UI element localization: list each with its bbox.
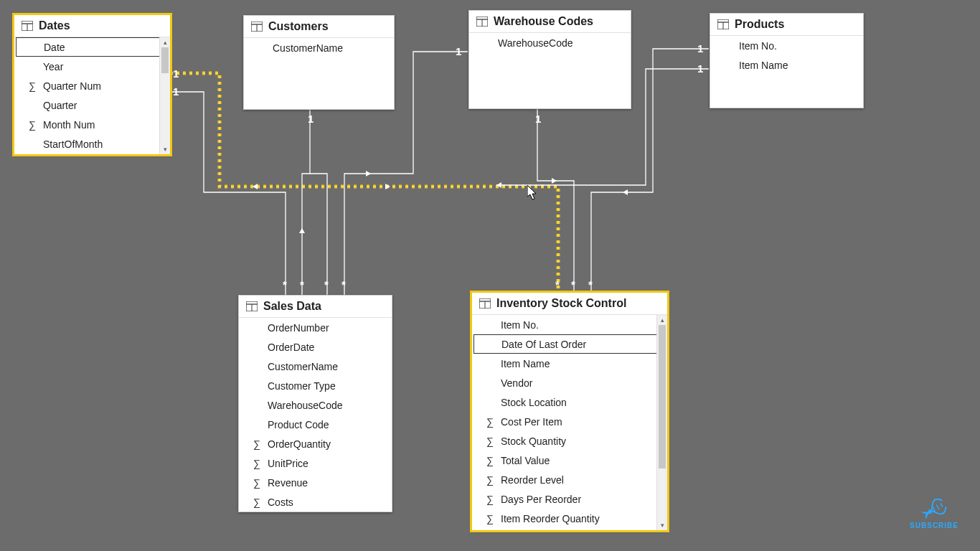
table-title: Inventory Stock Control xyxy=(496,297,626,310)
svg-marker-3 xyxy=(496,182,501,188)
cardinality-products-1b: 1 xyxy=(697,62,703,75)
cardinality-sales-many-2: * xyxy=(300,278,304,291)
cardinality-inv-many-3: * xyxy=(588,278,593,291)
cardinality-products-1a: 1 xyxy=(697,42,703,55)
model-canvas[interactable]: 1 1 1 1 1 1 1 * * * * * * * Dates Date Y… xyxy=(0,0,980,551)
field-inv-reorder-level[interactable]: ∑Reorder Level xyxy=(472,470,667,489)
field-costs[interactable]: ∑Costs xyxy=(239,492,392,512)
field-item-name[interactable]: Item Name xyxy=(710,55,863,75)
scroll-down-icon[interactable]: ▾ xyxy=(657,520,667,530)
svg-line-27 xyxy=(933,507,936,511)
svg-marker-6 xyxy=(623,189,628,195)
subscribe-watermark: SUBSCRIBE xyxy=(910,499,958,529)
table-icon xyxy=(22,21,33,31)
cardinality-dates-1a: 1 xyxy=(173,67,179,80)
field-list-customers: CustomerName xyxy=(244,38,394,57)
scrollbar-dates[interactable]: ▴ ▾ xyxy=(159,37,170,154)
field-order-date[interactable]: OrderDate xyxy=(239,337,392,357)
table-header-sales[interactable]: Sales Data xyxy=(239,296,392,318)
table-header-dates[interactable]: Dates xyxy=(14,15,170,37)
mouse-cursor-icon xyxy=(527,185,539,201)
field-inv-stock-qty[interactable]: ∑Stock Quantity xyxy=(472,431,667,451)
cardinality-inv-many-2: * xyxy=(571,278,575,291)
field-inv-date-of-last-order[interactable]: Date Of Last Order xyxy=(473,334,666,354)
scroll-thumb[interactable] xyxy=(161,47,169,73)
field-month-num[interactable]: ∑Month Num xyxy=(14,115,170,134)
cardinality-customers-1: 1 xyxy=(308,113,314,125)
table-products[interactable]: Products Item No. Item Name xyxy=(710,13,864,108)
field-warehouse-code[interactable]: WarehouseCode xyxy=(469,33,631,52)
svg-marker-0 xyxy=(253,184,258,189)
table-title: Dates xyxy=(39,19,70,32)
table-customers[interactable]: Customers CustomerName xyxy=(243,15,395,110)
scroll-up-icon[interactable]: ▴ xyxy=(160,37,170,47)
table-warehouse[interactable]: Warehouse Codes WarehouseCode xyxy=(468,10,631,109)
svg-marker-5 xyxy=(552,178,557,184)
field-inv-stock-location[interactable]: Stock Location xyxy=(472,392,667,412)
table-sales[interactable]: Sales Data OrderNumber OrderDate Custome… xyxy=(238,295,392,512)
table-header-inventory[interactable]: Inventory Stock Control xyxy=(472,293,667,315)
field-order-quantity[interactable]: ∑OrderQuantity xyxy=(239,434,392,453)
table-title: Products xyxy=(735,18,784,31)
field-year[interactable]: Year xyxy=(14,57,170,76)
field-list-sales: OrderNumber OrderDate CustomerName Custo… xyxy=(239,318,392,512)
cardinality-inv-many-1: * xyxy=(555,278,560,291)
svg-line-29 xyxy=(941,503,943,507)
table-icon xyxy=(476,17,488,27)
field-order-number[interactable]: OrderNumber xyxy=(239,318,392,337)
field-list-dates: Date Year ∑Quarter Num Quarter ∑Month Nu… xyxy=(14,37,170,154)
field-revenue[interactable]: ∑Revenue xyxy=(239,473,392,492)
field-list-inventory: Item No. Date Of Last Order Item Name Ve… xyxy=(472,315,667,530)
cardinality-warehouse-1-bottom: 1 xyxy=(535,113,541,125)
field-inv-total-value[interactable]: ∑Total Value xyxy=(472,451,667,470)
field-warehouse-code-s[interactable]: WarehouseCode xyxy=(239,395,392,415)
table-inventory[interactable]: Inventory Stock Control Item No. Date Of… xyxy=(471,292,668,531)
field-inv-cost-per-item[interactable]: ∑Cost Per Item xyxy=(472,412,667,431)
field-customer-name[interactable]: CustomerName xyxy=(244,38,394,57)
table-icon xyxy=(479,298,491,309)
scroll-down-icon[interactable]: ▾ xyxy=(160,144,170,154)
table-title: Warehouse Codes xyxy=(494,15,593,28)
table-title: Customers xyxy=(268,20,329,33)
scroll-thumb[interactable] xyxy=(659,325,666,468)
cardinality-warehouse-1-left: 1 xyxy=(456,45,461,57)
field-product-code[interactable]: Product Code xyxy=(239,415,392,434)
svg-marker-1 xyxy=(385,184,390,189)
field-inv-days-per-reorder[interactable]: ∑Days Per Reorder xyxy=(472,489,667,509)
cardinality-dates-1b: 1 xyxy=(173,85,179,98)
table-header-products[interactable]: Products xyxy=(710,14,863,36)
table-header-warehouse[interactable]: Warehouse Codes xyxy=(469,11,631,33)
field-quarter-num[interactable]: ∑Quarter Num xyxy=(14,76,170,95)
svg-line-28 xyxy=(936,505,939,510)
table-header-customers[interactable]: Customers xyxy=(244,16,394,38)
svg-marker-4 xyxy=(299,228,305,233)
field-start-of-month[interactable]: StartOfMonth xyxy=(14,134,170,154)
scrollbar-inventory[interactable]: ▴ ▾ xyxy=(656,315,667,530)
field-customer-name-s[interactable]: CustomerName xyxy=(239,357,392,376)
table-dates[interactable]: Dates Date Year ∑Quarter Num Quarter ∑Mo… xyxy=(14,14,171,155)
cardinality-sales-many-3: * xyxy=(324,278,329,291)
field-quarter[interactable]: Quarter xyxy=(14,95,170,115)
field-customer-type[interactable]: Customer Type xyxy=(239,376,392,395)
field-inv-item-name[interactable]: Item Name xyxy=(472,354,667,373)
field-inv-item-reorder-qty[interactable]: ∑Item Reorder Quantity xyxy=(472,509,667,528)
table-icon xyxy=(717,19,729,29)
dna-icon xyxy=(918,499,950,520)
cardinality-sales-many-1: * xyxy=(283,278,287,291)
field-date[interactable]: Date xyxy=(16,37,169,57)
field-inv-vendor[interactable]: Vendor xyxy=(472,373,667,392)
table-icon xyxy=(246,301,258,311)
svg-marker-2 xyxy=(366,171,371,176)
field-item-no[interactable]: Item No. xyxy=(710,36,863,55)
field-unit-price[interactable]: ∑UnitPrice xyxy=(239,453,392,473)
field-inv-item-no[interactable]: Item No. xyxy=(472,315,667,334)
field-list-warehouse: WarehouseCode xyxy=(469,33,631,52)
field-list-products: Item No. Item Name xyxy=(710,36,863,75)
scroll-up-icon[interactable]: ▴ xyxy=(657,315,667,325)
subscribe-text: SUBSCRIBE xyxy=(910,522,958,529)
table-icon xyxy=(251,22,263,32)
cardinality-sales-many-4: * xyxy=(341,278,346,291)
table-title: Sales Data xyxy=(263,300,321,313)
